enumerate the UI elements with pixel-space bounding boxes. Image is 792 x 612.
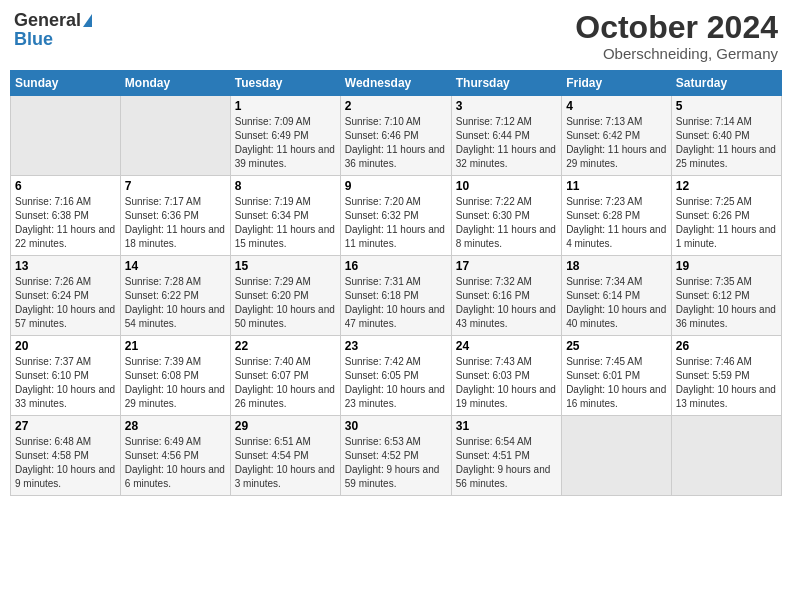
day-cell: 1Sunrise: 7:09 AMSunset: 6:49 PMDaylight… [230, 96, 340, 176]
day-number: 14 [125, 259, 226, 273]
day-number: 4 [566, 99, 667, 113]
logo-general: General [14, 10, 81, 31]
logo: General Blue [14, 10, 92, 50]
day-cell: 29Sunrise: 6:51 AMSunset: 4:54 PMDayligh… [230, 416, 340, 496]
day-cell: 22Sunrise: 7:40 AMSunset: 6:07 PMDayligh… [230, 336, 340, 416]
day-cell: 27Sunrise: 6:48 AMSunset: 4:58 PMDayligh… [11, 416, 121, 496]
week-row-5: 27Sunrise: 6:48 AMSunset: 4:58 PMDayligh… [11, 416, 782, 496]
day-info: Sunrise: 7:19 AMSunset: 6:34 PMDaylight:… [235, 195, 336, 251]
day-cell: 30Sunrise: 6:53 AMSunset: 4:52 PMDayligh… [340, 416, 451, 496]
day-info: Sunrise: 7:34 AMSunset: 6:14 PMDaylight:… [566, 275, 667, 331]
header-cell-monday: Monday [120, 71, 230, 96]
day-number: 8 [235, 179, 336, 193]
day-info: Sunrise: 7:12 AMSunset: 6:44 PMDaylight:… [456, 115, 557, 171]
day-info: Sunrise: 6:53 AMSunset: 4:52 PMDaylight:… [345, 435, 447, 491]
day-info: Sunrise: 7:29 AMSunset: 6:20 PMDaylight:… [235, 275, 336, 331]
day-info: Sunrise: 7:09 AMSunset: 6:49 PMDaylight:… [235, 115, 336, 171]
day-number: 24 [456, 339, 557, 353]
day-info: Sunrise: 6:49 AMSunset: 4:56 PMDaylight:… [125, 435, 226, 491]
week-row-4: 20Sunrise: 7:37 AMSunset: 6:10 PMDayligh… [11, 336, 782, 416]
day-cell: 31Sunrise: 6:54 AMSunset: 4:51 PMDayligh… [451, 416, 561, 496]
day-number: 17 [456, 259, 557, 273]
day-info: Sunrise: 7:10 AMSunset: 6:46 PMDaylight:… [345, 115, 447, 171]
day-number: 22 [235, 339, 336, 353]
day-number: 31 [456, 419, 557, 433]
day-cell: 20Sunrise: 7:37 AMSunset: 6:10 PMDayligh… [11, 336, 121, 416]
day-number: 6 [15, 179, 116, 193]
day-number: 5 [676, 99, 777, 113]
day-info: Sunrise: 7:31 AMSunset: 6:18 PMDaylight:… [345, 275, 447, 331]
day-cell: 17Sunrise: 7:32 AMSunset: 6:16 PMDayligh… [451, 256, 561, 336]
title-area: October 2024 Oberschneiding, Germany [575, 10, 778, 62]
day-cell: 10Sunrise: 7:22 AMSunset: 6:30 PMDayligh… [451, 176, 561, 256]
day-cell: 8Sunrise: 7:19 AMSunset: 6:34 PMDaylight… [230, 176, 340, 256]
day-cell: 26Sunrise: 7:46 AMSunset: 5:59 PMDayligh… [671, 336, 781, 416]
day-number: 9 [345, 179, 447, 193]
day-number: 28 [125, 419, 226, 433]
header-cell-saturday: Saturday [671, 71, 781, 96]
day-info: Sunrise: 7:28 AMSunset: 6:22 PMDaylight:… [125, 275, 226, 331]
header: General Blue October 2024 Oberschneiding… [10, 10, 782, 62]
day-cell [671, 416, 781, 496]
day-cell: 19Sunrise: 7:35 AMSunset: 6:12 PMDayligh… [671, 256, 781, 336]
day-number: 23 [345, 339, 447, 353]
week-row-2: 6Sunrise: 7:16 AMSunset: 6:38 PMDaylight… [11, 176, 782, 256]
day-cell: 28Sunrise: 6:49 AMSunset: 4:56 PMDayligh… [120, 416, 230, 496]
day-number: 12 [676, 179, 777, 193]
day-cell: 9Sunrise: 7:20 AMSunset: 6:32 PMDaylight… [340, 176, 451, 256]
day-info: Sunrise: 7:46 AMSunset: 5:59 PMDaylight:… [676, 355, 777, 411]
header-cell-wednesday: Wednesday [340, 71, 451, 96]
day-cell: 2Sunrise: 7:10 AMSunset: 6:46 PMDaylight… [340, 96, 451, 176]
day-cell: 3Sunrise: 7:12 AMSunset: 6:44 PMDaylight… [451, 96, 561, 176]
day-cell [11, 96, 121, 176]
day-cell: 13Sunrise: 7:26 AMSunset: 6:24 PMDayligh… [11, 256, 121, 336]
day-info: Sunrise: 7:39 AMSunset: 6:08 PMDaylight:… [125, 355, 226, 411]
header-cell-sunday: Sunday [11, 71, 121, 96]
logo-blue: Blue [14, 29, 53, 50]
day-cell: 24Sunrise: 7:43 AMSunset: 6:03 PMDayligh… [451, 336, 561, 416]
day-cell [120, 96, 230, 176]
day-info: Sunrise: 6:48 AMSunset: 4:58 PMDaylight:… [15, 435, 116, 491]
day-info: Sunrise: 7:42 AMSunset: 6:05 PMDaylight:… [345, 355, 447, 411]
day-number: 26 [676, 339, 777, 353]
header-cell-friday: Friday [562, 71, 672, 96]
day-number: 15 [235, 259, 336, 273]
day-number: 1 [235, 99, 336, 113]
day-number: 10 [456, 179, 557, 193]
week-row-1: 1Sunrise: 7:09 AMSunset: 6:49 PMDaylight… [11, 96, 782, 176]
day-info: Sunrise: 7:32 AMSunset: 6:16 PMDaylight:… [456, 275, 557, 331]
day-cell: 25Sunrise: 7:45 AMSunset: 6:01 PMDayligh… [562, 336, 672, 416]
day-info: Sunrise: 7:45 AMSunset: 6:01 PMDaylight:… [566, 355, 667, 411]
day-cell: 14Sunrise: 7:28 AMSunset: 6:22 PMDayligh… [120, 256, 230, 336]
day-number: 16 [345, 259, 447, 273]
day-number: 20 [15, 339, 116, 353]
day-number: 27 [15, 419, 116, 433]
day-number: 30 [345, 419, 447, 433]
day-number: 18 [566, 259, 667, 273]
day-cell: 11Sunrise: 7:23 AMSunset: 6:28 PMDayligh… [562, 176, 672, 256]
day-cell: 6Sunrise: 7:16 AMSunset: 6:38 PMDaylight… [11, 176, 121, 256]
day-cell: 23Sunrise: 7:42 AMSunset: 6:05 PMDayligh… [340, 336, 451, 416]
day-info: Sunrise: 7:35 AMSunset: 6:12 PMDaylight:… [676, 275, 777, 331]
day-number: 11 [566, 179, 667, 193]
week-row-3: 13Sunrise: 7:26 AMSunset: 6:24 PMDayligh… [11, 256, 782, 336]
day-cell: 12Sunrise: 7:25 AMSunset: 6:26 PMDayligh… [671, 176, 781, 256]
location-title: Oberschneiding, Germany [575, 45, 778, 62]
day-info: Sunrise: 7:16 AMSunset: 6:38 PMDaylight:… [15, 195, 116, 251]
day-number: 29 [235, 419, 336, 433]
day-info: Sunrise: 6:51 AMSunset: 4:54 PMDaylight:… [235, 435, 336, 491]
logo-icon [83, 14, 92, 27]
day-info: Sunrise: 7:26 AMSunset: 6:24 PMDaylight:… [15, 275, 116, 331]
day-info: Sunrise: 7:23 AMSunset: 6:28 PMDaylight:… [566, 195, 667, 251]
day-number: 7 [125, 179, 226, 193]
day-info: Sunrise: 7:25 AMSunset: 6:26 PMDaylight:… [676, 195, 777, 251]
day-number: 3 [456, 99, 557, 113]
day-info: Sunrise: 7:37 AMSunset: 6:10 PMDaylight:… [15, 355, 116, 411]
day-cell: 16Sunrise: 7:31 AMSunset: 6:18 PMDayligh… [340, 256, 451, 336]
day-number: 2 [345, 99, 447, 113]
header-cell-tuesday: Tuesday [230, 71, 340, 96]
day-cell: 7Sunrise: 7:17 AMSunset: 6:36 PMDaylight… [120, 176, 230, 256]
day-cell: 5Sunrise: 7:14 AMSunset: 6:40 PMDaylight… [671, 96, 781, 176]
day-info: Sunrise: 6:54 AMSunset: 4:51 PMDaylight:… [456, 435, 557, 491]
calendar-table: SundayMondayTuesdayWednesdayThursdayFrid… [10, 70, 782, 496]
